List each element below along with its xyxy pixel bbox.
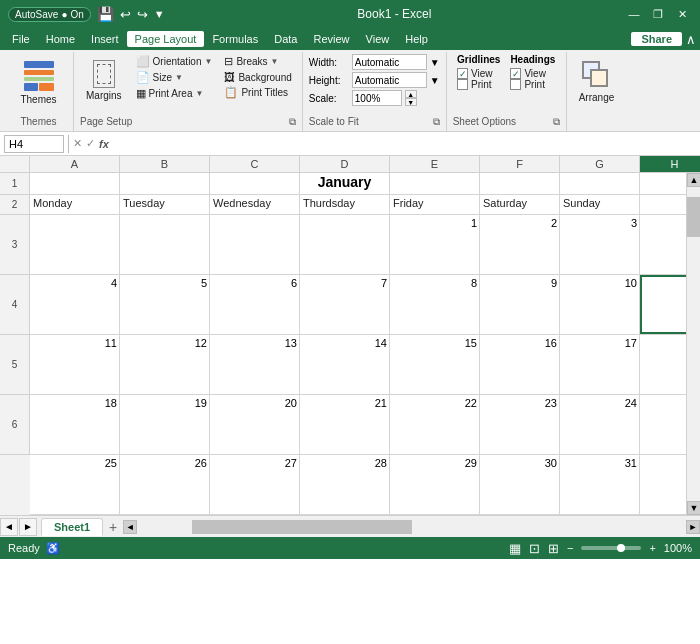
- ribbon-collapse-icon[interactable]: ∧: [686, 32, 696, 47]
- cell-g4[interactable]: 10: [560, 275, 640, 334]
- cell-d7[interactable]: 28: [300, 455, 390, 514]
- cell-c6[interactable]: 20: [210, 395, 300, 454]
- cell-g3[interactable]: 3: [560, 215, 640, 274]
- row-num-5[interactable]: 5: [0, 335, 30, 395]
- scale-up[interactable]: ▲: [405, 90, 417, 98]
- cell-e4[interactable]: 8: [390, 275, 480, 334]
- margins-button[interactable]: Margins: [80, 54, 128, 105]
- cell-e2[interactable]: Friday: [390, 195, 480, 214]
- cell-c1[interactable]: [210, 173, 300, 194]
- cell-f3[interactable]: 2: [480, 215, 560, 274]
- cell-a4[interactable]: 4: [30, 275, 120, 334]
- cell-c2[interactable]: Wednesday: [210, 195, 300, 214]
- scale-spinner[interactable]: ▲ ▼: [405, 90, 417, 106]
- function-icon[interactable]: fx: [99, 138, 109, 150]
- cell-d2[interactable]: Thurdsday: [300, 195, 390, 214]
- scale-expand-icon[interactable]: ⧉: [433, 116, 440, 128]
- menu-home[interactable]: Home: [38, 31, 83, 47]
- sheet-options-expand-icon[interactable]: ⧉: [553, 116, 560, 128]
- page-break-view-icon[interactable]: ⊞: [548, 541, 559, 556]
- page-layout-view-icon[interactable]: ⊡: [529, 541, 540, 556]
- undo-icon[interactable]: ↩: [120, 7, 131, 22]
- size-button[interactable]: 📄 Size ▼: [132, 70, 217, 85]
- cell-e5[interactable]: 15: [390, 335, 480, 394]
- cell-h4[interactable]: [640, 275, 686, 334]
- tab-scroll-left-icon[interactable]: ◄: [0, 518, 18, 536]
- col-header-h[interactable]: H: [640, 156, 700, 172]
- cell-a3[interactable]: [30, 215, 120, 274]
- zoom-level[interactable]: 100%: [664, 542, 692, 554]
- scroll-up-button[interactable]: ▲: [687, 173, 700, 187]
- zoom-out-icon[interactable]: −: [567, 542, 573, 554]
- cell-d3[interactable]: [300, 215, 390, 274]
- cell-g7[interactable]: 31: [560, 455, 640, 514]
- cell-g2[interactable]: Sunday: [560, 195, 640, 214]
- col-header-f[interactable]: F: [480, 156, 560, 172]
- cell-a2[interactable]: Monday: [30, 195, 120, 214]
- cell-f1[interactable]: [480, 173, 560, 194]
- confirm-formula-icon[interactable]: ✓: [86, 137, 95, 150]
- cell-f7[interactable]: 30: [480, 455, 560, 514]
- headings-view-checkbox[interactable]: ✓: [510, 68, 521, 79]
- cell-b7[interactable]: 26: [120, 455, 210, 514]
- cell-e3[interactable]: 1: [390, 215, 480, 274]
- scale-input[interactable]: [352, 90, 402, 106]
- row-num-6[interactable]: 6: [0, 395, 30, 455]
- menu-page-layout[interactable]: Page Layout: [127, 31, 205, 47]
- cell-d1[interactable]: January: [300, 173, 390, 194]
- cell-h3[interactable]: [640, 215, 686, 274]
- cell-c3[interactable]: [210, 215, 300, 274]
- zoom-slider[interactable]: [581, 546, 641, 550]
- cell-c4[interactable]: 6: [210, 275, 300, 334]
- scroll-thumb-vertical[interactable]: [687, 197, 700, 237]
- cell-a1[interactable]: [30, 173, 120, 194]
- width-arrow[interactable]: ▼: [430, 57, 440, 68]
- redo-icon[interactable]: ↪: [137, 7, 148, 22]
- gridlines-print-checkbox[interactable]: [457, 79, 468, 90]
- cell-d6[interactable]: 21: [300, 395, 390, 454]
- col-header-e[interactable]: E: [390, 156, 480, 172]
- cell-h6[interactable]: [640, 395, 686, 454]
- cell-g1[interactable]: [560, 173, 640, 194]
- cell-c5[interactable]: 13: [210, 335, 300, 394]
- themes-button[interactable]: Themes: [14, 54, 62, 109]
- cell-b3[interactable]: [120, 215, 210, 274]
- cell-a7[interactable]: 25: [30, 455, 120, 514]
- row-num-4[interactable]: 4: [0, 275, 30, 335]
- menu-view[interactable]: View: [358, 31, 398, 47]
- menu-review[interactable]: Review: [305, 31, 357, 47]
- zoom-in-icon[interactable]: +: [649, 542, 655, 554]
- cell-d5[interactable]: 14: [300, 335, 390, 394]
- col-header-d[interactable]: D: [300, 156, 390, 172]
- cell-h5[interactable]: [640, 335, 686, 394]
- cell-g6[interactable]: 24: [560, 395, 640, 454]
- close-button[interactable]: ✕: [672, 4, 692, 24]
- cancel-formula-icon[interactable]: ✕: [73, 137, 82, 150]
- breaks-button[interactable]: ⊟ Breaks ▼: [220, 54, 295, 69]
- cell-b1[interactable]: [120, 173, 210, 194]
- cell-f2[interactable]: Saturday: [480, 195, 560, 214]
- scroll-right-button[interactable]: ►: [686, 520, 700, 534]
- page-setup-expand-icon[interactable]: ⧉: [289, 116, 296, 128]
- height-input[interactable]: [352, 72, 427, 88]
- cell-f6[interactable]: 23: [480, 395, 560, 454]
- save-icon[interactable]: 💾: [97, 6, 114, 22]
- cell-d4[interactable]: 7: [300, 275, 390, 334]
- background-button[interactable]: 🖼 Background: [220, 70, 295, 84]
- row-num-1[interactable]: 1: [0, 173, 30, 195]
- restore-button[interactable]: ❐: [648, 4, 668, 24]
- autosave-toggle[interactable]: AutoSave ● On: [8, 7, 91, 22]
- formula-input[interactable]: [113, 138, 696, 150]
- cell-e7[interactable]: 29: [390, 455, 480, 514]
- col-header-c[interactable]: C: [210, 156, 300, 172]
- cell-b6[interactable]: 19: [120, 395, 210, 454]
- cell-h7[interactable]: [640, 455, 686, 514]
- sheet-tab-sheet1[interactable]: Sheet1: [41, 518, 103, 536]
- add-sheet-button[interactable]: +: [103, 517, 123, 537]
- horizontal-scroll-thumb[interactable]: [192, 520, 411, 534]
- menu-data[interactable]: Data: [266, 31, 305, 47]
- cell-reference-input[interactable]: [4, 135, 64, 153]
- tab-scroll-right-icon[interactable]: ►: [19, 518, 37, 536]
- arrange-button[interactable]: Arrange: [573, 54, 621, 107]
- col-header-b[interactable]: B: [120, 156, 210, 172]
